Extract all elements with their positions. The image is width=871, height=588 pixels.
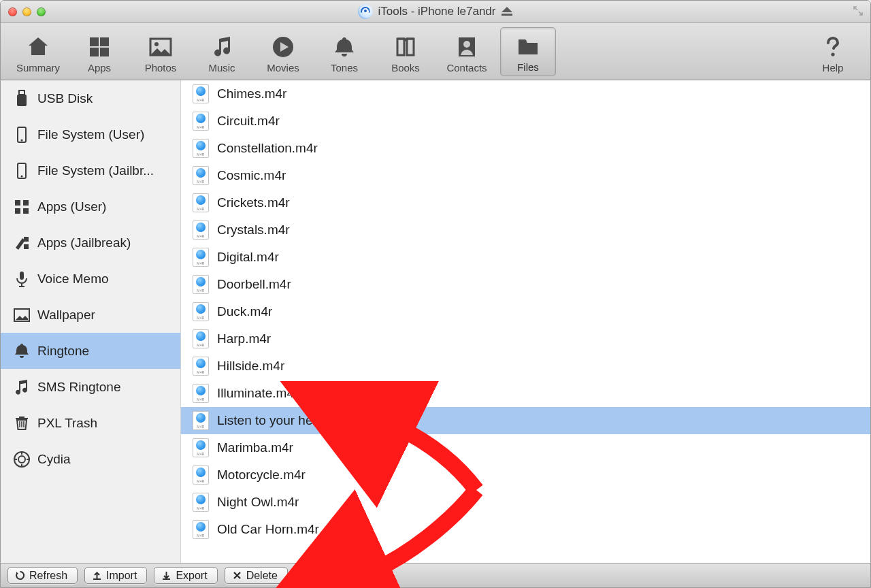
file-row[interactable]: Chimes.m4r [181,80,870,108]
file-row[interactable]: Listen to your heart.m4r [181,407,870,434]
file-row[interactable]: Duck.m4r [181,298,870,325]
file-row[interactable]: Marimba.m4r [181,434,870,461]
sidebar-item-cydia[interactable]: Cydia [1,441,180,477]
file-row[interactable]: Night Owl.m4r [181,489,870,516]
refresh-icon [15,570,25,581]
file-row[interactable]: Constellation.m4r [181,135,870,162]
svg-rect-1 [90,37,99,46]
device-icon [13,126,31,144]
sidebar-item-ringtone[interactable]: Ringtone [1,333,180,369]
file-row[interactable]: Harp.m4r [181,325,870,353]
toolbar-contacts[interactable]: Contacts [439,27,495,76]
import-label: Import [106,570,137,582]
toolbar-contacts-label: Contacts [446,62,487,74]
ringtone-file-icon [193,493,209,512]
sidebar-item-pxl-trash[interactable]: PXL Trash [1,405,180,441]
window-controls [8,7,46,16]
toolbar-help[interactable]: Help [805,27,861,76]
svg-rect-2 [100,37,109,46]
sidebar-item-usb-disk[interactable]: USB Disk [1,80,180,116]
file-name: Doorbell.m4r [217,277,291,292]
delete-icon [232,570,242,581]
file-row[interactable]: Digital.m4r [181,244,870,271]
file-list[interactable]: Chimes.m4rCircuit.m4rConstellation.m4rCo… [181,80,870,563]
apps-jb-icon [13,234,31,252]
file-name: Marimba.m4r [217,440,293,455]
toolbar-summary-label: Summary [16,62,60,74]
svg-rect-13 [20,91,22,93]
toolbar-summary[interactable]: Summary [10,27,66,76]
export-button[interactable]: Export [154,567,217,584]
file-name: Duck.m4r [217,304,272,319]
toolbar-apps[interactable]: Apps [71,27,127,76]
music-note-icon [210,35,234,59]
svg-rect-20 [23,200,29,206]
image-icon [13,306,31,324]
ringtone-file-icon [193,302,209,321]
toolbar-music[interactable]: Music [194,27,250,76]
sidebar-item-sms-ringtone[interactable]: SMS Ringtone [1,369,180,405]
minimize-window-button[interactable] [22,7,31,16]
delete-label: Delete [246,570,278,582]
import-button[interactable]: Import [84,567,147,584]
sidebar-item-apps-user[interactable]: Apps (User) [1,189,180,225]
file-name: Crickets.m4r [217,195,290,210]
sidebar-label: PXL Trash [37,416,171,431]
file-name: Night Owl.m4r [217,495,299,510]
refresh-button[interactable]: Refresh [7,567,78,584]
ringtone-file-icon [193,466,209,485]
toolbar-tones[interactable]: Tones [316,27,372,76]
toolbar-help-label: Help [823,62,844,74]
svg-point-10 [831,52,834,56]
close-window-button[interactable] [8,7,17,16]
svg-rect-3 [90,48,99,56]
sidebar-label: File System (Jailbr... [37,163,171,178]
toolbar-apps-label: Apps [88,62,111,74]
app-logo-icon [358,4,373,19]
ringtone-file-icon [193,357,209,376]
toolbar-files[interactable]: Files [500,27,556,76]
file-row[interactable]: Hillside.m4r [181,353,870,380]
toolbar-movies[interactable]: Movies [255,27,311,76]
sidebar-label: Apps (Jailbreak) [37,235,171,250]
file-row[interactable]: Doorbell.m4r [181,271,870,298]
apps-icon [13,198,31,216]
play-circle-icon [271,35,295,59]
file-row[interactable]: Motorcycle.m4r [181,461,870,489]
file-name: Harp.m4r [217,331,271,346]
ringtone-file-icon [193,384,209,403]
sidebar-item-fs-jailbreak[interactable]: File System (Jailbr... [1,152,180,189]
usb-icon [13,90,31,108]
file-name: Constellation.m4r [217,141,318,156]
cydia-icon [13,451,31,468]
sidebar-label: Cydia [37,452,171,467]
file-row[interactable]: Circuit.m4r [181,108,870,135]
file-name: Motorcycle.m4r [217,468,306,483]
ringtone-file-icon [193,275,209,294]
delete-button[interactable]: Delete [225,567,288,584]
sidebar-item-wallpaper[interactable]: Wallpaper [1,297,180,333]
sidebar-item-apps-jailbreak[interactable]: Apps (Jailbreak) [1,225,180,261]
ringtone-file-icon [193,220,209,240]
sidebar-item-fs-user[interactable]: File System (User) [1,116,180,152]
zoom-window-button[interactable] [37,7,46,16]
fullscreen-icon[interactable] [853,5,864,16]
file-row[interactable]: Crickets.m4r [181,189,870,216]
svg-rect-19 [15,200,20,206]
file-name: Illuminate.m4r [217,386,298,401]
toolbar-books[interactable]: Books [378,27,433,76]
svg-point-6 [154,42,159,46]
toolbar-photos[interactable]: Photos [133,27,188,76]
file-row[interactable]: Illuminate.m4r [181,380,870,407]
toolbar-photos-label: Photos [145,62,177,74]
file-row[interactable]: Old Car Horn.m4r [181,516,870,543]
sidebar-label: File System (User) [37,127,171,142]
microphone-icon [13,270,31,288]
svg-rect-21 [15,208,20,214]
contact-icon [455,35,479,59]
svg-rect-14 [22,91,23,93]
file-row[interactable]: Cosmic.m4r [181,162,870,189]
refresh-label: Refresh [29,570,67,582]
sidebar-item-voice-memo[interactable]: Voice Memo [1,261,180,297]
file-row[interactable]: Crystals.m4r [181,216,870,244]
